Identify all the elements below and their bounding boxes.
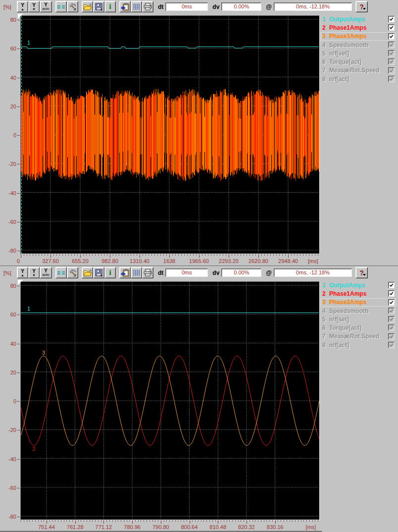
channel-name: Phase1Amps <box>329 24 366 31</box>
y-autoscale-button[interactable]: Yauto <box>40 1 52 12</box>
x-minor-tick <box>74 254 75 256</box>
x-tick-label: 1310.40 <box>130 258 149 264</box>
legend-item-n/f[set][interactable]: 5n/f[set] <box>321 315 396 323</box>
y-zoom-out-button[interactable]: Y▼ <box>28 1 40 12</box>
x-minor-tick <box>112 520 113 522</box>
channel-checkbox[interactable] <box>388 282 395 288</box>
legend-item-n/f[set][interactable]: 5n/f[set] <box>321 49 396 57</box>
paste-button[interactable] <box>119 267 131 278</box>
x-minor-tick <box>292 520 293 522</box>
y-zoom-out-button[interactable]: Y▼ <box>28 267 40 278</box>
x-minor-tick <box>128 254 128 256</box>
channel-checkbox[interactable] <box>388 324 395 331</box>
legend-item-n/f[act][interactable]: 8n/f[act] <box>321 75 396 83</box>
x-major-tick <box>161 520 161 524</box>
x-minor-tick <box>27 254 27 256</box>
open-folder-icon <box>83 3 92 10</box>
channel-checkbox[interactable] <box>388 299 395 306</box>
y-autoscale-button[interactable]: Yauto <box>40 267 52 278</box>
channel-checkbox[interactable] <box>388 33 395 40</box>
settings-button[interactable] <box>67 1 78 12</box>
grid-style-button[interactable] <box>55 267 67 278</box>
y-auto-icon: Yauto <box>42 2 50 11</box>
table-grid-icon <box>133 270 140 276</box>
x-tick-label: 771.12 <box>96 524 112 530</box>
dv-field[interactable]: 0.00% <box>221 268 261 277</box>
channel-checkbox[interactable] <box>388 333 395 340</box>
x-minor-tick <box>78 520 79 522</box>
dt-field[interactable]: 0ms <box>165 268 208 277</box>
grid-style-button[interactable] <box>55 1 67 12</box>
channel-checkbox[interactable] <box>388 308 395 314</box>
x-minor-tick <box>149 254 149 256</box>
channel-checkbox[interactable] <box>388 58 395 65</box>
cursor-readout-field[interactable]: 0ms, -12.18% <box>274 2 352 11</box>
y-tick-label: 20 <box>10 104 16 109</box>
x-minor-tick <box>187 254 188 256</box>
dashed-lines-icon <box>57 270 65 275</box>
plot-area[interactable]: 231 <box>20 281 320 520</box>
y-zoom-in-button[interactable]: Y▲ <box>17 267 28 278</box>
channel-checkbox[interactable] <box>388 50 395 56</box>
x-minor-tick <box>244 520 244 522</box>
y-zoom-in-button[interactable]: Y▲ <box>17 1 28 12</box>
channel-checkbox[interactable] <box>388 42 395 48</box>
y-tick-label: -40 <box>8 190 16 196</box>
help-button[interactable]: ? <box>355 267 368 278</box>
legend-item-Speedsmooth[interactable]: 4Speedsmooth <box>321 41 396 49</box>
channel-number: 3 <box>321 299 329 306</box>
y-tick-mark <box>17 193 20 194</box>
legend-item-Phase3Amps[interactable]: 3Phase3Amps <box>321 298 396 307</box>
save-button[interactable] <box>93 1 104 12</box>
legend-item-Phase1Amps[interactable]: 2Phase1Amps <box>321 23 396 32</box>
channel-number: 2 <box>321 290 329 297</box>
legend-item-Phase1Amps[interactable]: 2Phase1Amps <box>321 289 396 298</box>
paste-button[interactable] <box>119 1 131 12</box>
plot-area[interactable]: 1 <box>20 15 320 254</box>
channel-checkbox[interactable] <box>388 67 395 74</box>
x-minor-tick <box>44 520 44 522</box>
info-button[interactable]: i <box>104 267 116 278</box>
legend-item-n/f[act][interactable]: 8n/f[act] <box>321 341 396 349</box>
channel-checkbox[interactable] <box>388 290 395 297</box>
legend-item-OutputAmps[interactable]: 1OutputAmps <box>321 15 396 23</box>
info-button[interactable]: i <box>104 1 116 12</box>
save-button[interactable] <box>93 267 104 278</box>
x-minor-tick <box>89 254 90 256</box>
x-minor-tick <box>211 254 211 256</box>
help-button[interactable]: ? <box>355 1 368 12</box>
legend-item-Meas㈱Rot.Speed[interactable]: 7Meas㈱Rot.Speed <box>321 66 396 75</box>
channel-checkbox[interactable] <box>388 16 395 22</box>
x-minor-tick <box>223 254 223 256</box>
dt-field[interactable]: 0ms <box>165 2 208 11</box>
channel-checkbox[interactable] <box>388 76 395 82</box>
legend-item-Torque[act][interactable]: 6Torque[act] <box>321 57 396 66</box>
x-minor-tick <box>175 520 176 522</box>
channel-checkbox[interactable] <box>388 316 395 322</box>
x-minor-tick <box>282 254 283 256</box>
channel-checkbox[interactable] <box>388 24 395 31</box>
open-button[interactable] <box>82 267 93 278</box>
y-tick-label: 0 <box>13 398 16 404</box>
legend-item-Torque[act][interactable]: 6Torque[act] <box>321 323 396 332</box>
x-minor-tick <box>249 520 250 522</box>
x-minor-tick <box>214 254 214 256</box>
x-minor-tick <box>294 254 295 256</box>
cursor-readout-field[interactable]: 0ms, -12.18% <box>274 268 352 277</box>
trace-panel-bottom: [%] Y▲ Y▼ Yauto i dt 0ms dv 0.00% @ 0ms,… <box>0 266 398 532</box>
legend-item-Meas㈱Rot.Speed[interactable]: 7Meas㈱Rot.Speed <box>321 332 396 341</box>
table-view-button[interactable] <box>131 267 142 278</box>
print-button[interactable] <box>142 267 153 278</box>
x-axis-labels: 751.44761.28771.12780.96790.80800.64810.… <box>21 524 323 531</box>
settings-button[interactable] <box>67 267 78 278</box>
legend-item-Phase3Amps[interactable]: 3Phase3Amps <box>321 32 396 41</box>
legend-item-Speedsmooth[interactable]: 4Speedsmooth <box>321 307 396 315</box>
channel-checkbox[interactable] <box>388 342 395 348</box>
x-minor-tick <box>224 520 224 522</box>
open-button[interactable] <box>82 1 93 12</box>
legend-item-OutputAmps[interactable]: 1OutputAmps <box>321 281 396 289</box>
table-view-button[interactable] <box>131 1 142 12</box>
x-minor-tick <box>261 254 262 256</box>
dv-field[interactable]: 0.00% <box>221 2 261 11</box>
print-button[interactable] <box>142 1 153 12</box>
